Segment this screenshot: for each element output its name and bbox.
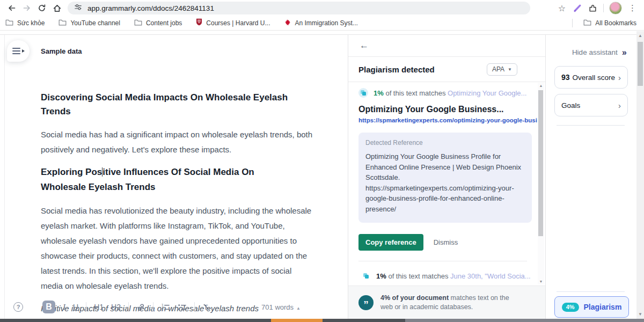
panel-title: Plagiarism detected (358, 65, 435, 74)
chevron-right-icon: › (618, 73, 621, 82)
chevron-down-icon: ▼ (508, 67, 512, 72)
taskbar-highlight (271, 319, 323, 322)
url-text[interactable]: app.grammarly.com/ddocs/2462841131 (87, 4, 214, 12)
back-icon[interactable] (4, 1, 19, 15)
scroll-up-icon[interactable]: ▲ (636, 33, 644, 38)
doc-heading-2[interactable]: Exploring Positive Influences Of Social … (41, 165, 299, 195)
folder-icon (58, 18, 67, 28)
extensions-puzzle-icon[interactable] (585, 1, 600, 15)
plagiarism-match-icon (358, 88, 368, 98)
overall-score-card[interactable]: 93 Overall score › (554, 66, 628, 89)
bookmark-harvard[interactable]: Courses | Harvard U... (196, 18, 270, 28)
numbered-list-icon[interactable]: 12 (161, 303, 170, 311)
divider (557, 291, 625, 292)
reference-label: Detected Reference (365, 139, 525, 147)
bullet-list-icon[interactable] (178, 303, 187, 311)
browser-toolbar: app.grammarly.com/ddocs/2462841131 ☆ ⋮ (0, 0, 644, 16)
pen-extension-icon[interactable] (570, 1, 585, 15)
goals-card[interactable]: Goals › (554, 94, 628, 116)
bookmarks-bar: Sức khỏe YouTube channel Content jobs Co… (0, 16, 644, 31)
scroll-down-icon[interactable]: ▼ (538, 280, 544, 283)
bookmark-folder[interactable]: Sức khỏe (5, 18, 45, 28)
divider (128, 302, 129, 312)
panel-footer: ” 4% of your document matches text on th… (348, 286, 545, 319)
panel-scrollbar[interactable]: ▲ ▼ (538, 83, 544, 284)
plagiarism-match-icon (361, 271, 371, 281)
heading2-button[interactable]: H2 (111, 303, 121, 311)
divider (153, 302, 153, 312)
heading1-button[interactable]: H1 (94, 303, 104, 311)
address-bar[interactable]: app.grammarly.com/ddocs/2462841131 (68, 2, 530, 14)
match-summary[interactable]: 1% of this text matches Optimizing Your … (358, 88, 533, 98)
bookmark-star-icon[interactable]: ☆ (554, 3, 570, 13)
taskbar-segment (405, 319, 644, 322)
folder-icon (134, 18, 142, 28)
divider (557, 125, 625, 126)
detected-reference-box: Detected Reference Optimizing Your Googl… (358, 133, 532, 223)
panel-title-row: Plagiarism detected APA▼ (348, 57, 545, 82)
doc-paragraph-2[interactable]: Social media has revolutionized the beau… (41, 203, 316, 294)
match-source-link: June 30th, "World Socia... (450, 272, 531, 280)
editor-pane: Sample data Discovering Social Media Imp… (4, 35, 348, 319)
italic-button[interactable]: I (63, 303, 65, 312)
bookmark-folder[interactable]: YouTube channel (58, 18, 120, 28)
home-icon[interactable] (49, 1, 64, 15)
divider (194, 302, 195, 312)
reload-icon[interactable] (34, 1, 49, 15)
doc-heading-1[interactable]: Discovering Social Media Impacts On Whol… (41, 91, 316, 119)
svg-text:1: 1 (162, 303, 164, 307)
document-title[interactable]: Sample data (41, 47, 82, 55)
match-source-link: Optimizing Your Google... (448, 89, 526, 97)
hide-assistant-button[interactable]: Hide assistant ›› (572, 48, 626, 57)
bold-button[interactable]: B (42, 301, 55, 313)
hamburger-icon (12, 48, 20, 54)
double-chevron-right-icon: ›› (622, 48, 626, 57)
clear-formatting-icon[interactable]: T (202, 303, 211, 311)
quote-icon: ” (358, 295, 374, 310)
match-result-title[interactable]: Optimizing Your Google Business... (358, 105, 533, 114)
chrome-actions: ☆ ⋮ (554, 1, 644, 15)
folder-icon (5, 18, 13, 28)
bookmark-immigration[interactable]: An Immigration Syst... (284, 18, 357, 28)
grammarly-app: Sample data Discovering Social Media Imp… (0, 34, 644, 319)
help-icon[interactable]: ? (13, 302, 23, 312)
scrollbar-thumb[interactable] (638, 42, 643, 86)
panel-header: ← (348, 35, 545, 57)
bookmark-folder[interactable]: Content jobs (134, 18, 182, 28)
chevron-right-icon: › (618, 101, 621, 110)
reference-text: Optimizing Your Google Business Profile … (365, 151, 525, 214)
main-menu-button[interactable] (7, 40, 30, 62)
svg-text:2: 2 (162, 308, 164, 311)
plagiarism-toggle-button[interactable]: 4% Plagiarism (554, 296, 629, 318)
match-summary[interactable]: 1% of this text matches June 30th, "Worl… (358, 271, 533, 281)
folder-icon (583, 18, 591, 28)
match-list: 1% of this text matches Optimizing Your … (348, 83, 538, 286)
scroll-down-icon[interactable]: ▼ (636, 312, 644, 317)
divider (572, 19, 573, 27)
site-info-icon[interactable] (74, 3, 82, 13)
forward-icon[interactable] (19, 1, 34, 15)
link-icon[interactable] (136, 303, 145, 312)
all-bookmarks[interactable]: All Bookmarks (583, 18, 636, 28)
citation-style-dropdown[interactable]: APA▼ (487, 63, 517, 76)
harvard-shield-icon (196, 18, 202, 28)
scrollbar-thumb[interactable] (538, 90, 543, 236)
divider (358, 261, 527, 261)
copy-reference-button[interactable]: Copy reference (358, 234, 423, 251)
scroll-up-icon[interactable]: ▲ (538, 84, 544, 87)
divider (603, 4, 604, 12)
page-scrollbar[interactable]: ▲ ▼ (636, 31, 644, 319)
plagiarism-percent-badge: 4% (562, 303, 579, 312)
dismiss-button[interactable]: Dismiss (434, 238, 458, 246)
doc-paragraph-1[interactable]: Social media has had a significant impac… (41, 127, 316, 157)
match-result-url[interactable]: https://spmarketingexperts.com/optimizin… (358, 117, 538, 123)
underline-button[interactable]: U (73, 303, 78, 311)
caret-up-icon: ▲ (296, 306, 301, 311)
maple-leaf-icon (284, 18, 291, 28)
browser-menu-icon[interactable]: ⋮ (624, 3, 641, 13)
divider (86, 302, 86, 312)
word-count[interactable]: 701 words▲ (261, 303, 301, 311)
profile-avatar[interactable] (609, 2, 622, 14)
document-body[interactable]: Discovering Social Media Impacts On Whol… (41, 91, 316, 316)
back-arrow-icon[interactable]: ← (360, 40, 369, 51)
